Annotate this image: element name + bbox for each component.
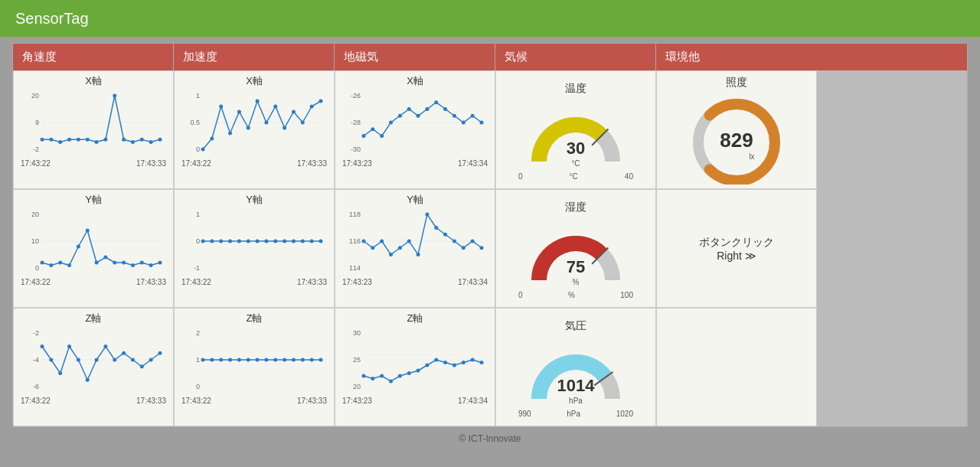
svg-text:1: 1 [196,211,200,218]
svg-text:0: 0 [196,383,200,390]
time-range: 17:43:2217:43:33 [181,397,327,405]
svg-point-125 [77,358,80,362]
svg-point-30 [273,105,277,109]
svg-text:-2: -2 [33,329,39,337]
gauge-title: 気圧 [565,319,586,333]
chart-cell: Y軸2010017:43:2217:43:33 [13,189,174,308]
chart-title: Z軸 [407,312,423,325]
svg-text:1014: 1014 [557,376,596,395]
chart-title: Z軸 [247,312,263,325]
svg-point-67 [67,263,71,267]
svg-point-72 [113,261,116,265]
svg-point-52 [471,114,475,118]
svg-point-11 [103,138,107,142]
svg-text:0: 0 [35,264,39,272]
category-label: 気候 [495,44,656,70]
svg-point-65 [49,263,53,267]
svg-text:116: 116 [349,237,361,245]
svg-point-17 [158,138,162,142]
svg-point-73 [122,261,126,265]
svg-text:9: 9 [35,119,39,126]
gauge-cell: 湿度75%0%100 [495,189,656,308]
svg-text:20: 20 [353,383,361,390]
category-label: 角速度 [13,44,174,70]
svg-point-95 [319,240,323,243]
svg-point-66 [58,261,62,265]
svg-point-148 [283,358,286,362]
svg-point-124 [67,345,71,348]
svg-text:hPa: hPa [569,397,583,405]
svg-point-92 [292,240,296,243]
svg-point-64 [41,261,44,265]
svg-point-44 [398,114,402,118]
svg-point-32 [292,110,296,114]
svg-point-75 [140,261,144,265]
time-range: 17:43:2217:43:33 [181,159,327,168]
svg-point-48 [434,100,438,104]
chart-title: X軸 [85,74,102,88]
chart-title: Y軸 [85,193,102,207]
svg-point-51 [462,121,466,125]
svg-point-122 [49,358,53,362]
svg-point-69 [86,229,90,233]
svg-point-169 [471,358,475,362]
svg-point-74 [131,263,135,267]
svg-point-129 [113,358,116,362]
svg-point-159 [380,374,384,378]
svg-point-84 [219,240,223,243]
svg-point-141 [219,358,223,362]
svg-point-40 [362,134,366,138]
svg-point-164 [425,364,429,367]
svg-point-88 [256,240,260,243]
empty-cell [656,308,817,426]
svg-point-35 [319,100,323,103]
svg-point-167 [452,364,456,367]
chart-cell: Z軸30252017:43:2317:43:34 [335,308,495,426]
svg-point-43 [389,121,393,125]
svg-point-143 [237,358,241,362]
svg-point-131 [131,358,135,362]
svg-point-152 [319,358,323,362]
svg-text:-26: -26 [351,92,361,100]
svg-point-10 [95,140,99,144]
svg-point-102 [380,240,384,243]
svg-point-106 [416,253,420,256]
svg-point-47 [425,107,429,111]
chart-title: Z軸 [86,312,102,325]
time-range: 17:43:2317:43:34 [342,278,488,286]
time-range: 17:43:2317:43:34 [342,397,488,405]
svg-point-93 [301,240,305,243]
svg-point-27 [247,126,250,130]
svg-point-149 [292,358,296,362]
svg-point-34 [310,105,314,109]
app-title: SensorTag [15,10,89,28]
chart-title: X軸 [407,74,423,88]
svg-point-87 [247,240,250,243]
svg-point-42 [380,134,384,138]
svg-point-100 [362,240,366,243]
svg-point-86 [237,240,241,243]
chart-title: Y軸 [246,193,263,207]
svg-point-45 [407,107,411,111]
svg-point-140 [210,358,214,362]
button-cell[interactable]: ボタンクリックRight ≫ [656,189,817,308]
svg-text:10: 10 [31,237,39,245]
svg-text:-28: -28 [351,119,361,126]
svg-point-25 [228,132,232,136]
svg-point-134 [158,351,162,355]
svg-point-6 [58,140,62,144]
main-content: 角速度加速度地磁気気候環境他 X軸209-217:43:2217:43:33X軸… [0,37,980,430]
svg-point-105 [407,240,411,243]
svg-point-103 [389,253,393,256]
category-label: 加速度 [174,44,335,70]
svg-text:25: 25 [353,356,361,364]
dashboard-grid: 角速度加速度地磁気気候環境他 X軸209-217:43:2217:43:33X軸… [12,43,968,427]
time-range: 17:43:2217:43:33 [21,397,166,405]
svg-text:20: 20 [31,211,39,218]
svg-point-26 [237,110,241,114]
svg-point-29 [264,121,268,125]
svg-point-112 [471,240,475,243]
svg-point-126 [86,378,90,382]
time-range: 17:43:2217:43:33 [21,278,166,286]
svg-point-162 [407,371,411,375]
